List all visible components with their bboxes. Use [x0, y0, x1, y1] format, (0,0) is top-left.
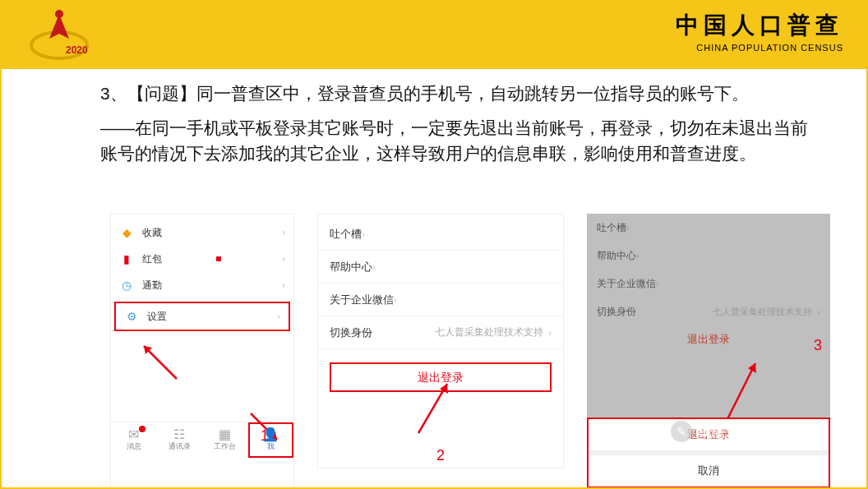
screenshot-2: 吐个槽 › 帮助中心 › 关于企业微信 › 切换身份 七人普采集处理技术支持 ›… [317, 214, 564, 468]
row-about[interactable]: 关于企业微信 › [587, 270, 830, 298]
row-help-label: 帮助中心 [330, 260, 372, 274]
clock-icon: ◷ [119, 278, 134, 293]
row-tongqin[interactable]: ◷ 通勤 › [111, 272, 293, 298]
tab-me-label: 我 [267, 441, 275, 452]
chevron-right-icon: › [282, 253, 285, 265]
screenshot-3: 吐个槽 › 帮助中心 › 关于企业微信 › 切换身份 七人普采集处理技术支持 ›… [587, 214, 830, 488]
row-hongbao[interactable]: ▮ 红包 › [111, 246, 293, 272]
gear-icon: ⚙ [124, 309, 139, 324]
contacts-icon: ☷ [173, 428, 185, 441]
chevron-right-icon: › [626, 223, 630, 233]
svg-marker-7 [440, 384, 448, 394]
row-switch-label: 切换身份 [330, 325, 372, 340]
sheet-cancel-option[interactable]: 取消 [589, 455, 829, 487]
row-tucao-label: 吐个槽 [330, 227, 362, 242]
row-tucao[interactable]: 吐个槽 › [587, 214, 830, 242]
tab-me[interactable]: 👤 我 [248, 422, 294, 458]
row-about-label: 关于企业微信 [330, 293, 394, 307]
chevron-right-icon: › [636, 251, 639, 261]
redpacket-icon: ▮ [119, 251, 134, 266]
row-tucao[interactable]: 吐个槽 › [318, 218, 563, 251]
screenshots-row: ◆ 收藏 › ▮ 红包 › ◷ 通勤 › ⚙ 设置 › 1 [110, 214, 830, 488]
row-about[interactable]: 关于企业微信 › [318, 284, 563, 316]
watermark-text: 陇南文县统计 [699, 424, 773, 440]
row-switch-sub: 七人普采集处理技术支持 [435, 325, 543, 339]
badge-dot-icon [139, 426, 145, 432]
header-title-block: 中国人口普查 CHINA POPULATION CENSUS [676, 10, 843, 53]
annotation-arrow [410, 376, 459, 445]
step-number-2: 2 [436, 447, 445, 464]
row-help[interactable]: 帮助中心 › [587, 242, 830, 270]
census-logo: 2020 [18, 6, 100, 63]
row-fav-label: 收藏 [142, 226, 162, 240]
row-switch-identity[interactable]: 切换身份 七人普采集处理技术支持 › [318, 316, 563, 349]
step-number-3: 3 [814, 337, 822, 354]
header-title-cn: 中国人口普查 [676, 10, 843, 41]
chevron-right-icon: › [282, 227, 285, 238]
cube-icon: ◆ [119, 225, 134, 240]
watermark: ✎ 陇南文县统计 [671, 421, 773, 442]
chevron-right-icon: › [394, 294, 397, 306]
chevron-right-icon: › [656, 279, 659, 288]
svg-point-1 [55, 10, 63, 18]
bottom-tabbar: ✉ 消息 ☷ 通讯录 ▦ 工作台 👤 我 [111, 422, 293, 458]
row-switch-sub: 七人普采集处理技术支持 [713, 306, 812, 318]
question-text: 3、【问题】同一普查区中，登录普查员的手机号，自动跳转另一位指导员的账号下。 [100, 81, 817, 107]
tab-messages[interactable]: ✉ 消息 [111, 422, 157, 458]
tab-msg-label: 消息 [127, 441, 141, 452]
sheet-cancel-label: 取消 [698, 464, 719, 477]
row-about-label: 关于企业微信 [597, 277, 656, 291]
chevron-right-icon: › [282, 279, 285, 291]
grid-icon: ▦ [219, 428, 231, 441]
chat-icon: ✉ [128, 428, 139, 441]
chevron-right-icon: › [548, 327, 552, 339]
tab-workbench[interactable]: ▦ 工作台 [202, 422, 248, 458]
header-title-en: CHINA POPULATION CENSUS [676, 43, 843, 53]
answer-dash: —— [100, 118, 135, 137]
row-switch-identity[interactable]: 切换身份 七人普采集处理技术支持 › [587, 298, 830, 325]
row-switch-label: 切换身份 [597, 305, 636, 319]
row-settings[interactable]: ⚙ 设置 › [114, 302, 290, 331]
question-prefix: 3、【问题】 [100, 84, 196, 103]
tab-contacts-label: 通讯录 [169, 441, 191, 452]
row-hongbao-label: 红包 [142, 252, 162, 266]
row-settings-label: 设置 [147, 310, 167, 324]
tab-work-label: 工作台 [214, 441, 236, 452]
chevron-right-icon: › [277, 311, 280, 322]
answer-text: ——在同一手机或平板登录其它账号时，一定要先退出当前账号，再登录，切勿在未退出当… [100, 115, 817, 167]
badge-icon [216, 256, 221, 261]
logo-year: 2020 [66, 44, 88, 56]
logout3-label: 退出登录 [687, 333, 730, 345]
chevron-right-icon: › [372, 261, 376, 273]
row-favorites[interactable]: ◆ 收藏 › [111, 219, 293, 246]
question-body: 同一普查区中，登录普查员的手机号，自动跳转另一位指导员的账号下。 [196, 84, 749, 103]
row-tucao-label: 吐个槽 [597, 221, 626, 235]
slide-header: 2020 中国人口普查 CHINA POPULATION CENSUS [2, 2, 866, 69]
row-help-label: 帮助中心 [597, 249, 636, 263]
screenshot-1: ◆ 收藏 › ▮ 红包 › ◷ 通勤 › ⚙ 设置 › 1 [110, 214, 294, 488]
annotation-arrow [136, 338, 185, 390]
wechat-icon: ✎ [671, 421, 692, 442]
slide-body: 3、【问题】同一普查区中，登录普查员的手机号，自动跳转另一位指导员的账号下。 —… [2, 69, 866, 167]
person-icon: 👤 [262, 428, 279, 441]
tab-contacts[interactable]: ☷ 通讯录 [157, 422, 203, 458]
row-tongqin-label: 通勤 [142, 279, 162, 293]
row-help[interactable]: 帮助中心 › [318, 251, 563, 284]
svg-line-6 [418, 384, 447, 433]
logout-row[interactable]: 退出登录 [587, 325, 830, 353]
chevron-right-icon: › [362, 228, 365, 240]
answer-body: 在同一手机或平板登录其它账号时，一定要先退出当前账号，再登录，切勿在未退出当前账… [100, 118, 808, 164]
chevron-right-icon: › [817, 307, 820, 316]
